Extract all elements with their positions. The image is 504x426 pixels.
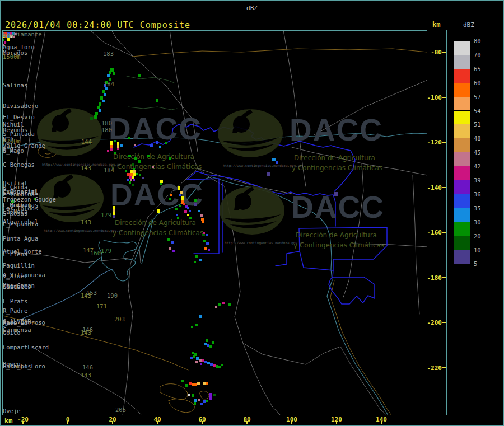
radar-cell [110, 148, 113, 151]
radar-composite-window: dBZ 2026/01/04 00:24:00 UTC Composite km… [0, 0, 504, 426]
place-label: 179 [101, 212, 111, 218]
radar-cell [129, 181, 131, 184]
y-axis-tick-label: -180 [426, 274, 442, 282]
legend-swatch [454, 83, 470, 97]
y-axis-tick [442, 367, 446, 368]
radar-cell [156, 141, 158, 144]
radar-cell [107, 150, 109, 152]
place-label: 184 [104, 167, 114, 174]
radar-cell [195, 324, 198, 326]
place-label: Salinas [3, 82, 27, 88]
radar-cell [276, 161, 278, 164]
radar-cell [209, 345, 212, 348]
legend-value-label: 20 [474, 233, 481, 240]
place-label: 183 [103, 51, 114, 57]
y-axis-tick-label: -200 [426, 319, 442, 326]
radar-cell [215, 306, 217, 308]
legend-value-label: 5 [474, 260, 477, 267]
radar-cell [169, 198, 171, 200]
radar-cell [160, 183, 162, 185]
legend-swatch [454, 69, 470, 83]
place-label: Algarrobal [3, 219, 38, 225]
place-label: E_Escorial [3, 189, 38, 195]
x-axis-tick-label: -20 [17, 416, 29, 423]
radar-cell [142, 177, 144, 179]
place-label: 40N [3, 30, 13, 32]
place-label: L_Prats [3, 298, 27, 305]
radar-cell [107, 74, 110, 77]
radar-cell [206, 339, 208, 342]
radar-cell [191, 326, 193, 328]
radar-cell [194, 199, 197, 202]
radar-cell [187, 214, 189, 216]
radar-cell [192, 394, 194, 397]
radar-cell [170, 194, 172, 196]
place-label: 143 [81, 219, 91, 226]
radar-map-area: DACCDirección de Agriculturay Contingenc… [2, 30, 427, 415]
radar-cell [169, 247, 171, 250]
y-axis-tick-label: -140 [426, 184, 442, 191]
radar-cell [110, 141, 113, 145]
y-axis-tick-label: -120 [426, 139, 442, 146]
radar-cell [222, 302, 225, 304]
radar-cell [202, 234, 205, 236]
legend-value-label: 60 [474, 79, 481, 86]
title-bar: dBZ [1, 1, 503, 17]
radar-cell [213, 394, 216, 396]
place-label: Carmensa [3, 327, 31, 333]
timestamp-label: 2026/01/04 00:24:00 UTC Composite [5, 20, 190, 30]
legend-swatch [454, 166, 470, 180]
legend-value-label: 39 [474, 177, 481, 184]
radar-cell [156, 99, 158, 102]
radar-cell [204, 247, 207, 250]
legend-value-label: 54 [474, 107, 481, 114]
y-axis-tick-label: -100 [426, 94, 442, 101]
x-axis-tick-label: 140 [376, 416, 387, 423]
x-axis-tick-label: 120 [331, 416, 342, 423]
radar-cell [218, 303, 221, 306]
place-label: Paquillin [3, 263, 35, 269]
legend-value-label: 35 [474, 205, 481, 212]
radar-cell [228, 303, 231, 306]
radar-cell [185, 384, 188, 387]
radar-cell [199, 259, 202, 261]
y-axis-tick [442, 52, 446, 53]
y-axis-tick-label: -220 [426, 364, 442, 372]
radar-cell [194, 203, 197, 206]
radar-cell [171, 241, 174, 244]
radar-cell [198, 210, 200, 212]
legend-swatch [454, 97, 470, 111]
legend-value-label: 70 [474, 52, 481, 58]
x-axis-tick-label: 100 [286, 416, 297, 423]
y-axis-tick-label: -80 [426, 49, 442, 56]
radar-cell [206, 400, 208, 402]
radar-cell [181, 380, 184, 382]
place-label: Atuel_Norte [3, 249, 42, 255]
radar-cell [212, 341, 214, 344]
radar-cell [114, 140, 116, 142]
radar-cell [175, 208, 178, 210]
radar-cell [167, 238, 170, 241]
radar-cell [194, 261, 196, 263]
radar-cell [132, 184, 134, 186]
legend-value-label: 45 [474, 149, 481, 156]
radar-cell [117, 148, 119, 150]
radar-cell [194, 399, 197, 402]
radar-cell [178, 186, 180, 190]
y-axis-tick [442, 322, 446, 323]
radar-cell [195, 361, 198, 363]
radar-cell [194, 402, 196, 405]
legend-value-label: 80 [474, 38, 481, 44]
radar-cell [127, 179, 129, 181]
radar-cell [134, 157, 137, 160]
radar-cell [206, 382, 208, 385]
radar-cell [189, 210, 191, 212]
radar-cell [189, 217, 192, 219]
x-axis-tick-label: 20 [109, 416, 116, 423]
y-axis-tick [442, 277, 446, 278]
radar-cell [181, 196, 184, 200]
radar-cell [200, 363, 202, 365]
x-axis-tick-label: 40 [153, 416, 161, 423]
legend-swatch [454, 55, 470, 69]
place-label: V_Atuel [3, 273, 27, 279]
